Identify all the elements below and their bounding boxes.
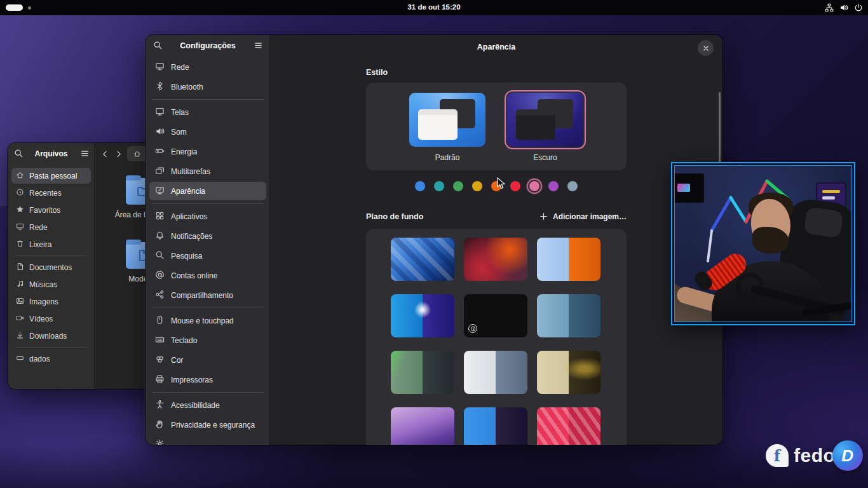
files-sidebar: Arquivos Pasta pessoal Recentes Favorito… <box>8 143 95 389</box>
settings-sidebar-item[interactable]: Privacidade e segurança <box>149 416 266 434</box>
appearance-icon <box>155 186 165 197</box>
settings-sidebar-item[interactable]: Cor <box>149 351 266 369</box>
settings-sidebar-item[interactable]: Compartilhamento <box>149 286 266 304</box>
hamburger-menu-icon[interactable] <box>80 149 90 158</box>
share-icon <box>155 290 165 301</box>
panel-title: Aparência <box>270 43 722 51</box>
settings-sidebar-item[interactable]: Bluetooth <box>149 78 266 96</box>
ethernet-network-icon <box>825 3 834 12</box>
sidebar-item-label: Vídeos <box>29 315 53 323</box>
wallpaper-thumbnail[interactable] <box>464 351 527 394</box>
files-sidebar-item[interactable]: Lixeira <box>11 236 91 252</box>
net-icon <box>16 222 24 233</box>
wallpaper-thumbnail[interactable] <box>391 294 454 337</box>
close-button[interactable] <box>698 40 714 56</box>
files-sidebar-item[interactable]: Pasta pessoal <box>11 168 91 184</box>
settings-sidebar-item[interactable]: Impressoras <box>149 370 266 389</box>
style-option-default[interactable]: Padrão <box>405 93 489 162</box>
settings-sidebar-item[interactable]: Aparência <box>149 182 266 200</box>
files-sidebar-item[interactable]: Músicas <box>11 276 91 292</box>
download-icon <box>16 331 24 341</box>
chair-headrest <box>803 207 843 238</box>
files-sidebar-item[interactable]: Documentos <box>11 259 91 275</box>
music-icon <box>16 280 24 290</box>
background-section-label: Plano de fundo <box>366 212 423 221</box>
sidebar-item-label: Aparência <box>171 187 205 196</box>
style-option-label: Padrão <box>405 153 489 162</box>
wallpaper-thumbnail[interactable] <box>464 294 527 337</box>
files-sidebar-item[interactable]: Favoritos <box>11 202 91 218</box>
style-option-dark[interactable]: Escuro <box>503 93 587 162</box>
sidebar-item-label: Acessibilidade <box>171 401 220 410</box>
accent-color-swatch[interactable] <box>567 181 578 191</box>
settings-sidebar-item[interactable] <box>149 435 266 445</box>
sidebar-item-label: Cor <box>171 356 183 365</box>
sidebar-item-label: Imagens <box>29 297 58 306</box>
accent-color-swatch[interactable] <box>415 181 425 191</box>
settings-sidebar-item[interactable]: Acessibilidade <box>149 396 266 414</box>
accent-color-swatch[interactable] <box>472 181 482 191</box>
settings-sidebar-item[interactable]: Energia <box>149 142 266 161</box>
files-sidebar-item[interactable]: Imagens <box>11 294 91 309</box>
mouse-icon <box>155 315 165 327</box>
settings-sidebar-item[interactable]: Rede <box>149 58 266 76</box>
files-sidebar-item[interactable]: dados <box>11 351 91 367</box>
settings-sidebar-item[interactable]: Telas <box>149 103 266 121</box>
branding-watermark: f fedora D <box>766 440 863 471</box>
back-icon[interactable] <box>100 149 110 159</box>
net-icon <box>155 62 165 73</box>
at-icon <box>155 270 165 281</box>
add-image-button[interactable]: Adicionar imagem… <box>539 212 627 221</box>
files-sidebar-item[interactable]: Recentes <box>11 185 91 201</box>
settings-sidebar-item[interactable]: Multitarefas <box>149 162 266 180</box>
energy-icon <box>155 146 165 158</box>
hamburger-menu-icon[interactable] <box>254 41 263 50</box>
files-sidebar-item[interactable]: Downloads <box>11 328 91 344</box>
settings-sidebar-item[interactable]: Aplicativos <box>149 207 266 226</box>
wallpaper-thumbnail[interactable] <box>391 351 454 394</box>
wallpaper-thumbnail[interactable] <box>537 351 600 394</box>
sidebar-item-label: Rede <box>171 63 189 72</box>
sidebar-item-label: Favoritos <box>29 206 60 215</box>
access-icon <box>155 400 165 411</box>
webcam-video <box>674 165 852 322</box>
files-sidebar-item[interactable]: Vídeos <box>11 311 91 327</box>
home-icon <box>16 171 24 181</box>
settings-sidebar-item[interactable]: Som <box>149 123 266 141</box>
wallpaper-thumbnail[interactable] <box>464 407 527 445</box>
settings-sidebar-item[interactable]: Contas online <box>149 266 266 285</box>
printer-icon <box>155 374 165 386</box>
color-icon <box>155 355 165 366</box>
clock-menu[interactable]: 31 de out 15:20 <box>0 3 868 11</box>
settings-sidebar-item[interactable]: Teclado <box>149 331 266 349</box>
wallpaper-thumbnail[interactable] <box>537 294 600 337</box>
accent-color-swatch[interactable] <box>434 181 444 191</box>
settings-sidebar-item[interactable]: Notificações <box>149 227 266 245</box>
forward-icon[interactable] <box>114 149 123 159</box>
wallpaper-thumbnail[interactable] <box>464 238 527 281</box>
wallpaper-thumbnail[interactable] <box>537 238 600 281</box>
home-icon <box>133 150 141 158</box>
sidebar-item-label: Multitarefas <box>171 167 210 176</box>
sidebar-item-label: Bluetooth <box>171 83 203 92</box>
wallpaper-thumbnail[interactable] <box>537 407 600 445</box>
sidebar-item-label: Compartilhamento <box>171 291 233 300</box>
sidebar-item-label: Downloads <box>29 332 67 341</box>
doc-icon <box>16 262 24 273</box>
sidebar-item-label: Documentos <box>29 263 72 272</box>
accent-color-swatch[interactable] <box>510 181 520 191</box>
files-sidebar-item[interactable]: Rede <box>11 219 91 235</box>
bell-icon <box>155 231 165 242</box>
sidebar-item-label: Lixeira <box>29 240 51 249</box>
settings-sidebar-item[interactable]: Mouse e touchpad <box>149 311 266 330</box>
close-icon <box>702 44 710 52</box>
sidebar-item-label: Recentes <box>29 189 62 198</box>
star-icon <box>16 205 24 215</box>
wallpaper-thumbnail[interactable] <box>391 238 454 281</box>
accent-color-swatch[interactable] <box>453 181 463 191</box>
accent-color-swatch[interactable] <box>529 181 539 191</box>
settings-sidebar-item[interactable]: Pesquisa <box>149 247 266 265</box>
accent-color-swatch[interactable] <box>548 181 559 191</box>
wallpaper-thumbnail[interactable] <box>391 407 454 445</box>
system-status-area[interactable] <box>825 0 863 15</box>
